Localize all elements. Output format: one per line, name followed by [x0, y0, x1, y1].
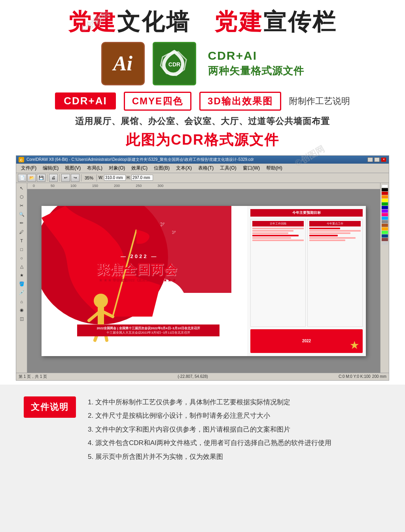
cdr-menubar: 文件(F) 编辑(E) 视图(V) 布局(L) 对象(O) 效果(C) 位图(B… — [16, 164, 389, 173]
tool-text[interactable]: T — [17, 237, 26, 245]
swatch-brown[interactable] — [382, 224, 388, 227]
title-part1-black: 文化墙 — [117, 9, 191, 34]
note-item-5: 5. 展示页中所含图片并不为实物，仅为效果图 — [88, 451, 381, 463]
toolbar-print[interactable]: 🖨 — [49, 174, 58, 182]
height-label: H: — [127, 175, 131, 180]
toolbar-sep3 — [81, 174, 81, 181]
toolbar-open[interactable]: 📂 — [27, 174, 36, 182]
menu-file[interactable]: 文件(F) — [18, 164, 40, 172]
toolbar-new[interactable]: 📄 — [18, 174, 26, 182]
tool-rect[interactable]: □ — [17, 245, 26, 253]
swatch-gold[interactable] — [382, 227, 388, 230]
menu-help[interactable]: 帮助(H) — [263, 164, 286, 172]
notes-list: 1. 文件中所标制作工艺仅供参考，具体制作工艺要根据实际情况制定 2. 文件尺寸… — [88, 396, 381, 465]
toolbar-undo[interactable]: ↩ — [61, 174, 70, 182]
tool-star[interactable]: ★ — [17, 272, 26, 279]
tool-zoom-tool[interactable]: 🔍 — [17, 211, 26, 219]
cdr-app-icon: C — [19, 157, 24, 162]
tool-blend[interactable]: ⌂ — [17, 298, 26, 306]
zoom-level: 35% — [83, 175, 95, 180]
note-item-2: 2. 文件尺寸是按稿比例缩小设计，制作时请务必注意尺寸大小 — [88, 410, 381, 422]
menu-layout[interactable]: 布局(L) — [84, 164, 106, 172]
tool-transparent[interactable]: ◫ — [17, 315, 26, 323]
cdr-design-canvas: 🕊 🕊 — 2022 — 聚焦全国两会 ★ ★ ★ 带你读懂2022《政府工作报… — [42, 206, 366, 356]
format-line1: CDR+AI — [208, 49, 304, 62]
cdr-titlebar: C CorelDRAW X8 (64-Bit) - C:\Users\Admin… — [16, 156, 389, 164]
tag-3d: 3D输出效果图 — [199, 92, 281, 111]
swatch-white[interactable] — [382, 185, 388, 188]
tool-shape[interactable]: ⬡ — [17, 193, 26, 201]
fline6 — [309, 240, 345, 241]
tool-eyedrop[interactable]: 💉 — [17, 289, 26, 297]
swatch-navy[interactable] — [382, 234, 388, 238]
tool-crop[interactable]: ✂ — [17, 202, 26, 210]
close-button[interactable]: ✕ — [381, 157, 386, 162]
swatch-green[interactable] — [382, 202, 388, 206]
tool-pen[interactable]: 🖊 — [17, 228, 26, 236]
tool-ellipse[interactable]: ○ — [17, 254, 26, 262]
panels-middle: 古年工作回顾 今年重点工作 — [250, 219, 363, 327]
swatch-lime[interactable] — [382, 231, 388, 234]
menu-window[interactable]: 窗口(W) — [240, 164, 263, 172]
swatch-yellow[interactable] — [382, 199, 388, 202]
swatch-pink[interactable] — [382, 213, 388, 216]
maximize-button[interactable]: □ — [374, 157, 380, 162]
cdr-color-palette — [380, 183, 389, 373]
swatch-black[interactable] — [382, 188, 388, 191]
menu-effects[interactable]: 效果(C) — [128, 164, 151, 172]
height-input[interactable] — [131, 175, 153, 181]
tool-shadow[interactable]: ◉ — [17, 306, 26, 314]
line1 — [252, 228, 304, 229]
bottom-section: 文件说明 1. 文件中所标制作工艺仅供参考，具体制作工艺要根据实际情况制定 2.… — [0, 385, 405, 477]
swatch-cyan[interactable] — [382, 217, 388, 220]
toolbar-save[interactable]: 💾 — [37, 174, 45, 182]
cdr-canvas-inner: 🕊 🕊 — 2022 — 聚焦全国两会 ★ ★ ★ 带你读懂2022《政府工作报… — [27, 189, 380, 373]
panel-focus: 今年重点工作 — [307, 219, 363, 327]
menu-text[interactable]: 文本(X) — [173, 164, 195, 172]
menu-object[interactable]: 对象(O) — [106, 164, 128, 172]
menu-view[interactable]: 视图(V) — [62, 164, 84, 172]
fline5 — [309, 237, 356, 239]
cdr-window-buttons[interactable]: _ □ ✕ — [367, 157, 386, 162]
poster-main-title: 聚焦全国两会 — [97, 261, 178, 279]
cdr-main-area: ↖ ⬡ ✂ 🔍 ✏ 🖊 T □ ○ △ ★ 🪣 💉 ⌂ ◉ ◫ 0 — [16, 183, 389, 373]
toolbar-sep1 — [47, 174, 47, 181]
format-line2: 两种矢量格式源文件 — [208, 64, 304, 78]
tool-polygon[interactable]: △ — [17, 263, 26, 271]
line2 — [252, 230, 293, 232]
status-color-mode: C:0 M:0 Y:0 K:100 — [339, 374, 371, 379]
menu-tools[interactable]: 工具(O) — [217, 164, 239, 172]
note-item-3: 3. 文件中的文字和图片内容仅供参考，图片请根据自己的文案和图片 — [88, 424, 381, 436]
menu-table[interactable]: 表格(T) — [195, 164, 217, 172]
swatch-silver[interactable] — [382, 241, 388, 245]
swatch-maroon[interactable] — [382, 238, 388, 241]
swatch-gray[interactable] — [382, 220, 388, 223]
swatch-purple[interactable] — [382, 209, 388, 213]
cdr-toolbar: 📄 📂 💾 🖨 ↩ ↪ 35% W: H: — [16, 173, 389, 183]
width-label: W: — [98, 175, 103, 180]
line3 — [252, 232, 288, 234]
menu-edit[interactable]: 编辑(E) — [40, 164, 62, 172]
tool-freehand[interactable]: ✏ — [17, 219, 26, 227]
swatch-red[interactable] — [382, 192, 388, 195]
file-notes-badge: 文件说明 — [24, 396, 76, 418]
panel-bottom-deco: ★ 2022 — [250, 329, 363, 353]
width-input[interactable] — [104, 175, 126, 181]
tool-select[interactable]: ↖ — [17, 185, 26, 192]
swatch-blue[interactable] — [382, 206, 388, 209]
svg-text:🕊: 🕊 — [172, 230, 176, 234]
cdr-canvas-area: 0 50 100 150 200 250 300 — [27, 183, 380, 373]
swatch-orange[interactable] — [382, 195, 388, 198]
cdr-icon: CDR — [153, 42, 196, 85]
minimize-button[interactable]: _ — [367, 157, 373, 162]
tool-fill[interactable]: 🪣 — [17, 280, 26, 288]
status-coords: (-22.807, 54.628) — [178, 374, 208, 379]
cdr-title-text: CorelDRAW X8 (64-Bit) - C:\Users\Adminis… — [26, 157, 254, 162]
poster-content: 🕊 🕊 — 2022 — 聚焦全国两会 ★ ★ ★ 带你读懂2022《政府工作报… — [42, 206, 366, 356]
toolbar-redo[interactable]: ↪ — [71, 174, 79, 182]
tags-row: CDR+AI CMYE四色 3D输出效果图 附制作工艺说明 — [16, 92, 389, 111]
cdr-notice: 此图为CDR格式源文件 — [16, 130, 389, 150]
desc-text: 适用展厅、展馆、办公室、会议室、大厅、过道等公共墙面布置 — [16, 115, 389, 127]
panel-review-title: 古年工作回顾 — [252, 221, 304, 226]
menu-bitmap[interactable]: 位图(B) — [151, 164, 173, 172]
